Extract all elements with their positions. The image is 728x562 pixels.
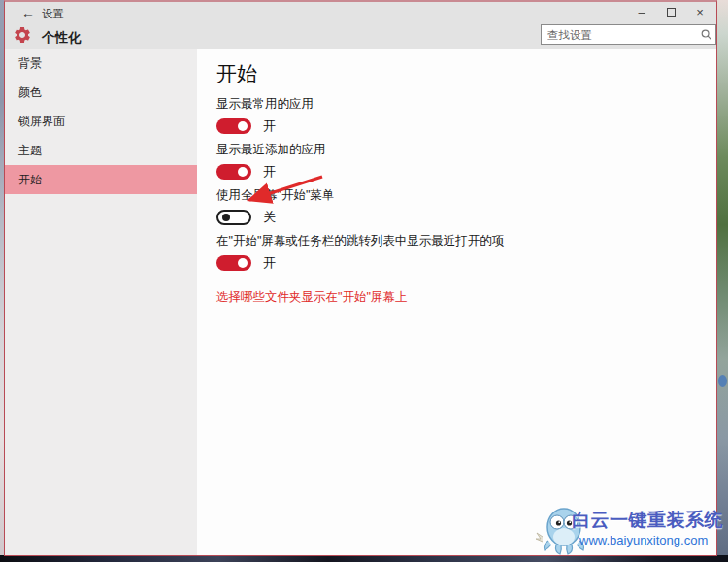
watermark-title: 白云一键重装系统: [572, 508, 723, 533]
toggle-show-recent-items-jumplists[interactable]: [216, 255, 251, 271]
minimize-button[interactable]: –: [627, 2, 656, 21]
window-body: 背景 颜色 锁屏界面 主题 开始 开始 显示最常用的应用 开 显示最近添加的应用…: [5, 49, 716, 555]
toggle-knob: [238, 167, 248, 177]
minimize-icon: –: [638, 5, 645, 19]
search-box: [541, 24, 716, 45]
close-icon: ×: [696, 5, 704, 19]
gear-icon: [13, 25, 32, 45]
toggle-state-label: 开: [263, 254, 276, 272]
toggle-state-label: 关: [263, 209, 276, 226]
window-title: 设置: [42, 7, 64, 21]
setting-show-most-used-apps: 显示最常用的应用 开: [216, 97, 716, 135]
window-controls: – ×: [627, 2, 714, 21]
main-content: 开始 显示最常用的应用 开 显示最近添加的应用 开 使用全屏幕"开始"菜单: [197, 49, 716, 555]
back-arrow-icon: ←: [21, 5, 35, 20]
toggle-knob: [238, 258, 248, 268]
toggle-show-most-used-apps[interactable]: [216, 118, 251, 134]
toggle-state-label: 开: [263, 117, 276, 135]
sidebar-item-colors[interactable]: 颜色: [5, 78, 197, 107]
toggle-show-recently-added-apps[interactable]: [216, 164, 251, 180]
sidebar-item-lockscreen[interactable]: 锁屏界面: [5, 107, 197, 136]
desktop-sliver-bottom: [0, 555, 728, 562]
maximize-icon: [667, 8, 676, 17]
sidebar: 背景 颜色 锁屏界面 主题 开始: [5, 49, 197, 555]
search-icon[interactable]: [698, 25, 715, 44]
sidebar-item-start[interactable]: 开始: [5, 165, 197, 194]
close-button[interactable]: ×: [685, 2, 714, 21]
sidebar-item-themes[interactable]: 主题: [5, 136, 197, 165]
page-title: 个性化: [42, 29, 82, 47]
setting-label: 显示最近添加的应用: [216, 143, 716, 157]
setting-label: 显示最常用的应用: [216, 97, 716, 112]
search-input[interactable]: [542, 29, 698, 41]
watermark-url: www.baiyunxitong.com: [579, 533, 708, 547]
window-chrome: ← 设置 – × 个性化: [5, 2, 716, 49]
setting-show-recent-items-jumplists: 在"开始"屏幕或任务栏的跳转列表中显示最近打开的项 开: [216, 234, 716, 272]
back-button[interactable]: ←: [17, 4, 40, 21]
toggle-knob: [222, 214, 230, 221]
setting-label: 在"开始"屏幕或任务栏的跳转列表中显示最近打开的项: [216, 234, 716, 248]
setting-show-recently-added-apps: 显示最近添加的应用 开: [216, 143, 716, 181]
setting-use-fullscreen-start: 使用全屏幕"开始"菜单 关: [216, 188, 716, 226]
desktop-sliver-right: [717, 0, 728, 562]
sidebar-item-background[interactable]: 背景: [5, 49, 197, 78]
setting-label: 使用全屏幕"开始"菜单: [216, 188, 716, 203]
maximize-button[interactable]: [656, 2, 685, 21]
desktop-wallpaper-detail: [718, 375, 727, 387]
settings-window: ← 设置 – × 个性化: [4, 0, 717, 556]
section-heading: 开始: [216, 60, 716, 87]
toggle-state-label: 开: [263, 163, 276, 181]
choose-folders-link[interactable]: 选择哪些文件夹显示在"开始"屏幕上: [216, 289, 407, 306]
toggle-knob: [238, 121, 248, 131]
toggle-use-fullscreen-start[interactable]: [216, 210, 251, 225]
